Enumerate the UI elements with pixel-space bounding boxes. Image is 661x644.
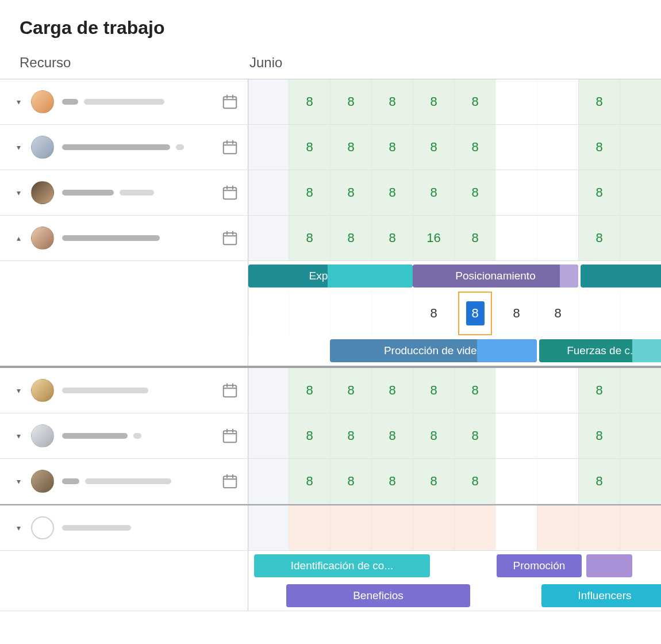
day-cell[interactable]: 8 — [454, 125, 495, 170]
avatar[interactable] — [31, 136, 54, 159]
day-cell[interactable]: 8 — [371, 216, 413, 260]
day-cell[interactable] — [620, 505, 661, 550]
day-cell[interactable]: 8 — [330, 216, 371, 260]
day-cell[interactable]: 8 — [578, 79, 620, 124]
task-bar[interactable] — [581, 264, 661, 288]
day-cell[interactable]: 8 — [330, 368, 371, 413]
calendar-icon[interactable] — [221, 139, 239, 156]
day-cell[interactable] — [248, 216, 289, 260]
day-cell[interactable] — [495, 459, 537, 504]
day-cell[interactable] — [537, 368, 578, 413]
calendar-icon[interactable] — [221, 93, 239, 110]
avatar[interactable] — [31, 379, 54, 402]
chevron-down-icon[interactable]: ▾ — [14, 188, 23, 197]
calendar-icon[interactable] — [221, 382, 239, 399]
day-cell[interactable] — [371, 505, 413, 550]
chevron-down-icon[interactable]: ▾ — [14, 143, 23, 152]
task-bar[interactable]: Influencers — [541, 584, 661, 607]
day-cell[interactable]: 8 — [289, 216, 330, 260]
day-cell[interactable]: 8 — [578, 125, 620, 170]
day-cell[interactable]: 8 — [330, 170, 371, 215]
day-cell[interactable] — [537, 413, 578, 458]
avatar[interactable] — [31, 90, 54, 113]
day-cell[interactable] — [537, 79, 578, 124]
calendar-icon[interactable] — [221, 184, 239, 201]
day-cell[interactable] — [537, 216, 578, 260]
day-cell[interactable] — [248, 505, 289, 550]
day-cell[interactable]: 8 — [330, 125, 371, 170]
task-bar[interactable]: Fuerzas de c... — [539, 339, 661, 362]
day-cell[interactable] — [289, 505, 330, 550]
day-cell[interactable] — [537, 125, 578, 170]
task-bar[interactable] — [586, 554, 632, 577]
day-cell[interactable] — [248, 413, 289, 458]
day-cell[interactable]: 8 — [454, 216, 495, 260]
day-cell[interactable]: 8 — [289, 368, 330, 413]
day-cell[interactable] — [248, 368, 289, 413]
day-cell[interactable] — [578, 505, 620, 550]
chevron-down-icon[interactable]: ▾ — [14, 477, 23, 486]
allocation-cell[interactable]: 8 — [413, 291, 454, 336]
day-cell[interactable]: 8 — [371, 459, 413, 504]
day-cell[interactable]: 8 — [413, 79, 454, 124]
calendar-icon[interactable] — [221, 427, 239, 444]
allocation-cell[interactable]: 8 — [537, 291, 578, 336]
task-bar[interactable]: Posicionamiento — [413, 264, 578, 288]
day-cell[interactable] — [495, 125, 537, 170]
day-cell[interactable]: 8 — [413, 368, 454, 413]
day-cell[interactable] — [454, 505, 495, 550]
day-cell[interactable] — [537, 170, 578, 215]
day-cell[interactable]: 8 — [454, 413, 495, 458]
day-cell[interactable] — [495, 413, 537, 458]
day-cell[interactable]: 8 — [578, 368, 620, 413]
day-cell[interactable] — [248, 79, 289, 124]
chevron-down-icon[interactable]: ▾ — [14, 386, 23, 395]
avatar[interactable] — [31, 424, 54, 447]
day-cell[interactable]: 8 — [330, 413, 371, 458]
day-cell[interactable]: 8 — [578, 413, 620, 458]
chevron-up-icon[interactable]: ▴ — [14, 233, 23, 243]
calendar-icon[interactable] — [221, 473, 239, 490]
day-cell[interactable] — [495, 79, 537, 124]
task-bar[interactable]: Identificación de co... — [254, 554, 430, 577]
day-cell[interactable] — [248, 125, 289, 170]
calendar-icon[interactable] — [221, 229, 239, 247]
day-cell[interactable]: 8 — [289, 170, 330, 215]
day-cell[interactable]: 8 — [413, 459, 454, 504]
day-cell[interactable]: 8 — [289, 459, 330, 504]
day-cell[interactable] — [620, 368, 661, 413]
day-cell[interactable] — [495, 216, 537, 260]
day-cell[interactable]: 8 — [578, 459, 620, 504]
day-cell[interactable]: 8 — [371, 125, 413, 170]
allocation-cell[interactable] — [371, 291, 413, 336]
day-cell[interactable] — [620, 216, 661, 260]
allocation-cell[interactable] — [248, 291, 289, 336]
allocation-highlight[interactable]: 8 — [466, 301, 485, 325]
day-cell[interactable]: 8 — [371, 368, 413, 413]
day-cell[interactable] — [537, 505, 578, 550]
day-cell[interactable] — [248, 170, 289, 215]
day-cell[interactable]: 8 — [454, 79, 495, 124]
avatar[interactable] — [31, 227, 54, 250]
task-bar[interactable]: Promoción — [497, 554, 582, 577]
task-bar[interactable]: Producción de video — [330, 339, 537, 362]
allocation-cell[interactable] — [620, 291, 661, 336]
day-cell[interactable]: 8 — [413, 170, 454, 215]
day-cell[interactable] — [620, 125, 661, 170]
allocation-cell[interactable] — [578, 291, 620, 336]
day-cell[interactable] — [330, 505, 371, 550]
day-cell[interactable] — [495, 368, 537, 413]
task-bar[interactable]: Expertos — [248, 264, 413, 288]
day-cell[interactable]: 8 — [578, 170, 620, 215]
day-cell[interactable] — [413, 505, 454, 550]
day-cell[interactable] — [620, 170, 661, 215]
day-cell[interactable]: 8 — [330, 79, 371, 124]
day-cell[interactable] — [495, 505, 537, 550]
day-cell[interactable]: 8 — [289, 79, 330, 124]
avatar[interactable] — [31, 181, 54, 204]
avatar[interactable] — [31, 516, 54, 539]
chevron-down-icon[interactable]: ▾ — [14, 431, 23, 440]
day-cell[interactable]: 8 — [413, 413, 454, 458]
day-cell[interactable] — [620, 79, 661, 124]
task-bar[interactable]: Beneficios — [286, 584, 470, 607]
